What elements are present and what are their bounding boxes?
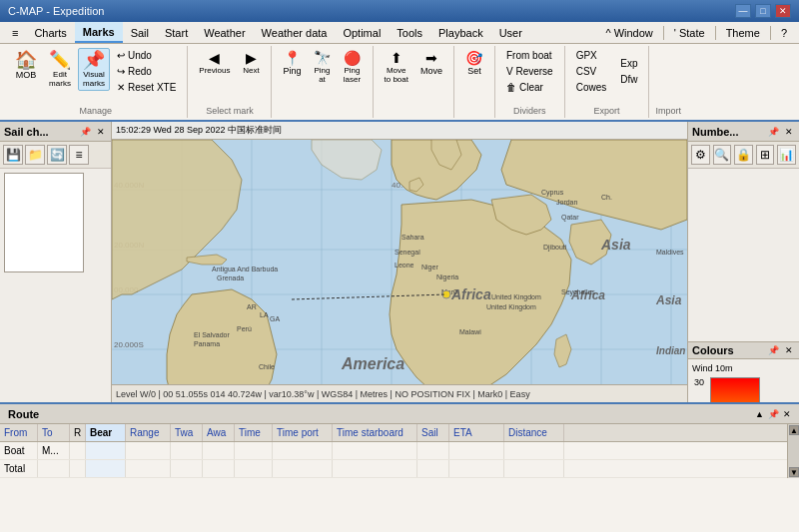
map-svg[interactable]: 40.000N 20.000N 00.000 20.000S 40.000S 4… <box>112 140 687 402</box>
col-eta[interactable]: ETA <box>449 424 504 441</box>
export-col1: GPX CSV Cowes <box>571 48 612 95</box>
sail-panel: Sail ch... 📌 ✕ 💾 📁 🔄 ≡ <box>0 122 112 402</box>
col-sail[interactable]: Sail <box>417 424 449 441</box>
menu-sail[interactable]: Sail <box>123 22 157 43</box>
numbers-search-button[interactable]: 🔍 <box>713 145 732 165</box>
ribbon-group-manage: 🏠 MOB ✏️ Editmarks 📌 Visualmarks ↩ Undo … <box>4 46 188 118</box>
ribbon-content: 🏠 MOB ✏️ Editmarks 📌 Visualmarks ↩ Undo … <box>0 44 799 120</box>
sail-open-button[interactable]: 📁 <box>25 145 45 165</box>
previous-button[interactable]: ◀ Previous <box>194 48 235 78</box>
set-button[interactable]: 🎯 Set <box>460 48 488 79</box>
menu-window[interactable]: ^ Window <box>597 22 660 43</box>
menu-marks[interactable]: Marks <box>75 22 123 43</box>
mob-button[interactable]: 🏠 MOB <box>10 48 42 83</box>
menu-hamburger[interactable]: ≡ <box>4 22 26 43</box>
ribbon: 🏠 MOB ✏️ Editmarks 📌 Visualmarks ↩ Undo … <box>0 44 799 122</box>
menu-user[interactable]: User <box>491 22 530 43</box>
numbers-settings-button[interactable]: ⚙ <box>691 145 710 165</box>
import-label: Import <box>655 104 681 116</box>
reset-xte-button[interactable]: ✕ Reset XTE <box>112 80 181 95</box>
exp-button[interactable]: Exp <box>615 56 642 71</box>
row-total-range <box>126 460 171 477</box>
col-timestarboard[interactable]: Time starboard <box>333 424 417 441</box>
route-row-total: Total <box>0 460 787 478</box>
col-distance[interactable]: Distance <box>504 424 564 441</box>
move-button[interactable]: ➡ Move <box>415 48 447 79</box>
route-scrollbar[interactable]: ▲ ▼ <box>787 424 799 478</box>
menu-weather[interactable]: Weather <box>196 22 253 43</box>
maximize-button[interactable]: □ <box>755 4 771 18</box>
clear-button[interactable]: 🗑 Clear <box>501 80 558 95</box>
edit-marks-button[interactable]: ✏️ Editmarks <box>44 48 76 91</box>
svg-text:Maldives: Maldives <box>656 249 684 256</box>
menu-optimal[interactable]: Optimal <box>335 22 389 43</box>
cowes-button[interactable]: Cowes <box>571 80 612 95</box>
scrollbar-down[interactable]: ▼ <box>789 467 799 477</box>
map-timestamp: 15:02:29 Wed 28 Sep 2022 中国标准时间 <box>112 122 687 140</box>
gpx-button[interactable]: GPX <box>571 48 612 63</box>
col-r[interactable]: R <box>70 424 86 441</box>
numbers-grid-button[interactable]: ⊞ <box>756 145 775 165</box>
menu-help[interactable]: ? <box>773 22 795 43</box>
close-button[interactable]: ✕ <box>775 4 791 18</box>
from-boat-button[interactable]: From boat <box>501 48 558 63</box>
col-to[interactable]: To <box>38 424 70 441</box>
export-label: Export <box>571 104 643 116</box>
colours-pin-button[interactable]: 📌 <box>766 345 781 355</box>
svg-text:Sahara: Sahara <box>401 234 424 241</box>
colours-close-button[interactable]: ✕ <box>783 345 795 355</box>
manage-buttons: 🏠 MOB ✏️ Editmarks 📌 Visualmarks ↩ Undo … <box>10 48 181 104</box>
col-from[interactable]: From <box>0 424 38 441</box>
move-to-boat-button[interactable]: ⬆ Moveto boat <box>380 48 413 87</box>
col-time[interactable]: Time <box>235 424 273 441</box>
route-expand-button[interactable]: ▲ <box>755 409 764 419</box>
svg-text:20.000S: 20.000S <box>114 340 144 349</box>
numbers-close-button[interactable]: ✕ <box>783 127 795 137</box>
ribbon-group-move: ⬆ Moveto boat ➡ Move <box>374 46 454 118</box>
v-reverse-button[interactable]: V Reverse <box>501 64 558 79</box>
menu-charts[interactable]: Charts <box>26 22 74 43</box>
col-awa[interactable]: Awa <box>203 424 235 441</box>
scrollbar-up[interactable]: ▲ <box>789 425 799 435</box>
numbers-pin-button[interactable]: 📌 <box>766 127 781 137</box>
ping-button[interactable]: 📍 Ping <box>278 48 306 79</box>
numbers-lock-button[interactable]: 🔒 <box>734 145 753 165</box>
col-range[interactable]: Range <box>126 424 171 441</box>
route-pin-button[interactable]: 📌 <box>768 409 779 419</box>
sail-refresh-button[interactable]: 🔄 <box>47 145 67 165</box>
csv-button[interactable]: CSV <box>571 64 612 79</box>
ping-laser-button[interactable]: 🔴 Pinglaser <box>339 48 367 87</box>
dfw-button[interactable]: Dfw <box>615 72 642 87</box>
menu-start[interactable]: Start <box>157 22 196 43</box>
col-timeport[interactable]: Time port <box>273 424 333 441</box>
menu-weather-data[interactable]: Weather data <box>254 22 336 43</box>
numbers-list-button[interactable]: 📊 <box>777 145 796 165</box>
ping-laser-icon: 🔴 <box>344 51 361 65</box>
col-bear[interactable]: Bear <box>86 424 126 441</box>
map-area[interactable]: 15:02:29 Wed 28 Sep 2022 中国标准时间 40.000N … <box>112 122 687 402</box>
app-title: C-MAP - Expedition <box>8 5 104 17</box>
minimize-button[interactable]: — <box>735 4 751 18</box>
undo-button[interactable]: ↩ Undo <box>112 48 181 63</box>
sail-pin-button[interactable]: 📌 <box>78 127 93 137</box>
col-twa[interactable]: Twa <box>171 424 203 441</box>
redo-button[interactable]: ↪ Redo <box>112 64 181 79</box>
move-buttons: ⬆ Moveto boat ➡ Move <box>380 48 447 114</box>
sail-menu-button[interactable]: ≡ <box>69 145 89 165</box>
sail-panel-title: Sail ch... <box>4 126 49 138</box>
colours-controls: 📌 ✕ <box>766 345 795 355</box>
next-button[interactable]: ▶ Next <box>237 48 265 78</box>
svg-text:Grenada: Grenada <box>217 274 244 281</box>
visual-marks-button[interactable]: 📌 Visualmarks <box>78 48 110 91</box>
route-close-button[interactable]: ✕ <box>783 409 791 419</box>
sail-toolbar: 💾 📁 🔄 ≡ <box>0 142 111 169</box>
menu-playback[interactable]: Playback <box>430 22 491 43</box>
sail-close-button[interactable]: ✕ <box>95 127 107 137</box>
ping-at-button[interactable]: 🔭 Pingat <box>309 48 337 87</box>
svg-text:Malawi: Malawi <box>459 328 481 335</box>
menu-state[interactable]: ' State <box>666 22 713 43</box>
sail-save-button[interactable]: 💾 <box>3 145 23 165</box>
wind-label: Wind 10m <box>692 363 795 373</box>
menu-theme[interactable]: Theme <box>718 22 768 43</box>
menu-tools[interactable]: Tools <box>389 22 430 43</box>
